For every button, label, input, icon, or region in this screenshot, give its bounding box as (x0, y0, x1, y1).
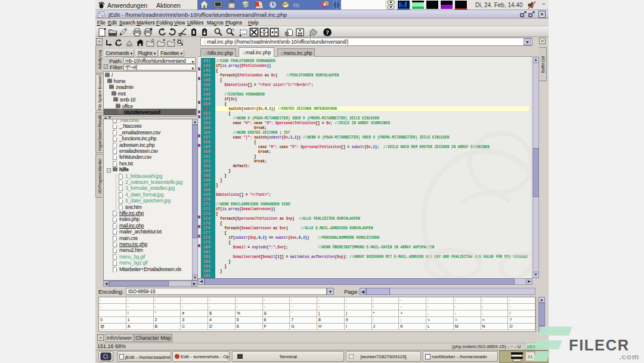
svg-text:?: ? (326, 29, 329, 36)
